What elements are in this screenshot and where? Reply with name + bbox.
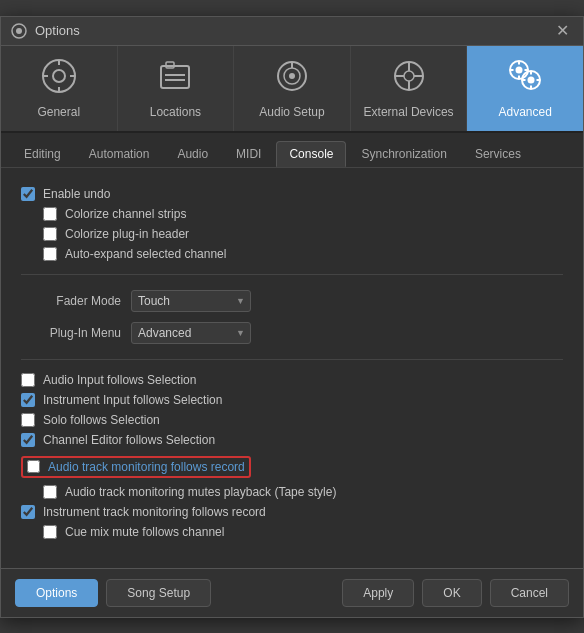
title-bar-left: Options bbox=[11, 23, 80, 39]
options-button[interactable]: Options bbox=[15, 579, 98, 607]
highlighted-checkbox-row: Audio track monitoring follows record bbox=[21, 456, 251, 478]
svg-rect-11 bbox=[165, 79, 185, 81]
checkbox-enable-undo: Enable undo bbox=[21, 184, 563, 204]
options-window: Options ✕ General bbox=[0, 16, 584, 618]
svg-rect-10 bbox=[165, 74, 185, 76]
checkbox-instrument-track-monitoring: Instrument track monitoring follows reco… bbox=[21, 502, 563, 522]
checkbox-enable-undo-input[interactable] bbox=[21, 187, 35, 201]
fader-mode-select-wrapper: Touch Read Write Latch Trim bbox=[131, 290, 251, 312]
plugin-menu-row: Plug-In Menu Advanced Simple bbox=[21, 317, 563, 349]
window-title: Options bbox=[35, 23, 80, 38]
plugin-menu-label: Plug-In Menu bbox=[21, 326, 121, 340]
checkbox-audio-track-monitoring-record-label: Audio track monitoring follows record bbox=[48, 460, 245, 474]
tab-automation[interactable]: Automation bbox=[76, 141, 163, 167]
nav-locations[interactable]: Locations bbox=[118, 46, 235, 131]
nav-audio-setup-label: Audio Setup bbox=[259, 105, 324, 119]
checkbox-instrument-input-follows: Instrument Input follows Selection bbox=[21, 390, 563, 410]
svg-point-23 bbox=[516, 66, 523, 73]
nav-advanced-label: Advanced bbox=[498, 105, 551, 119]
nav-advanced[interactable]: Advanced bbox=[467, 46, 583, 131]
svg-rect-33 bbox=[537, 79, 541, 81]
checkbox-cue-mix-mute: Cue mix mute follows channel bbox=[43, 522, 563, 542]
checkbox-instrument-track-monitoring-input[interactable] bbox=[21, 505, 35, 519]
checkbox-instrument-input-follows-input[interactable] bbox=[21, 393, 35, 407]
external-devices-icon bbox=[391, 58, 427, 99]
window-icon bbox=[11, 23, 27, 39]
advanced-icon bbox=[507, 58, 543, 99]
checkbox-audio-track-monitoring-mutes-label: Audio track monitoring mutes playback (T… bbox=[65, 485, 336, 499]
svg-rect-25 bbox=[518, 75, 520, 79]
svg-rect-8 bbox=[161, 66, 189, 88]
checkbox-channel-editor-follows: Channel Editor follows Selection bbox=[21, 430, 563, 450]
tab-audio[interactable]: Audio bbox=[164, 141, 221, 167]
close-button[interactable]: ✕ bbox=[552, 23, 573, 39]
nav-external-devices-label: External Devices bbox=[364, 105, 454, 119]
checkbox-auto-expand-input[interactable] bbox=[43, 247, 57, 261]
divider-1 bbox=[21, 274, 563, 275]
svg-rect-30 bbox=[530, 71, 532, 75]
checkbox-solo-follows-input[interactable] bbox=[21, 413, 35, 427]
checkbox-instrument-track-monitoring-label: Instrument track monitoring follows reco… bbox=[43, 505, 266, 519]
title-bar: Options ✕ bbox=[1, 17, 583, 46]
checkbox-colorize-channel-input[interactable] bbox=[43, 207, 57, 221]
svg-rect-32 bbox=[522, 79, 526, 81]
plugin-menu-select-wrapper: Advanced Simple bbox=[131, 322, 251, 344]
main-content: Enable undo Colorize channel strips Colo… bbox=[1, 168, 583, 568]
cancel-button[interactable]: Cancel bbox=[490, 579, 569, 607]
checkbox-auto-expand: Auto-expand selected channel bbox=[43, 244, 563, 264]
checkbox-audio-track-monitoring-mutes-input[interactable] bbox=[43, 485, 57, 499]
svg-point-1 bbox=[16, 28, 22, 34]
svg-point-3 bbox=[53, 70, 65, 82]
nav-external-devices[interactable]: External Devices bbox=[351, 46, 468, 131]
nav-audio-setup[interactable]: Audio Setup bbox=[234, 46, 351, 131]
checkbox-cue-mix-mute-input[interactable] bbox=[43, 525, 57, 539]
checkbox-colorize-plugin-input[interactable] bbox=[43, 227, 57, 241]
ok-button[interactable]: OK bbox=[422, 579, 481, 607]
checkbox-cue-mix-mute-label: Cue mix mute follows channel bbox=[65, 525, 224, 539]
fader-mode-label: Fader Mode bbox=[21, 294, 121, 308]
nav-locations-label: Locations bbox=[150, 105, 201, 119]
svg-rect-4 bbox=[58, 60, 60, 65]
checkbox-instrument-input-follows-label: Instrument Input follows Selection bbox=[43, 393, 222, 407]
svg-rect-5 bbox=[58, 87, 60, 92]
svg-rect-15 bbox=[291, 62, 293, 68]
fader-mode-row: Fader Mode Touch Read Write Latch Trim bbox=[21, 285, 563, 317]
tab-bar: Editing Automation Audio MIDI Console Sy… bbox=[1, 133, 583, 168]
tab-synchronization[interactable]: Synchronization bbox=[348, 141, 459, 167]
tab-services[interactable]: Services bbox=[462, 141, 534, 167]
svg-rect-31 bbox=[530, 85, 532, 89]
svg-rect-7 bbox=[70, 75, 75, 77]
svg-point-17 bbox=[404, 71, 414, 81]
plugin-menu-select[interactable]: Advanced Simple bbox=[131, 322, 251, 344]
svg-rect-24 bbox=[518, 61, 520, 65]
tab-editing[interactable]: Editing bbox=[11, 141, 74, 167]
checkbox-solo-follows-label: Solo follows Selection bbox=[43, 413, 160, 427]
checkbox-colorize-plugin: Colorize plug-in header bbox=[43, 224, 563, 244]
apply-button[interactable]: Apply bbox=[342, 579, 414, 607]
checkbox-channel-editor-follows-label: Channel Editor follows Selection bbox=[43, 433, 215, 447]
checkbox-colorize-channel: Colorize channel strips bbox=[43, 204, 563, 224]
checkbox-audio-input-follows: Audio Input follows Selection bbox=[21, 370, 563, 390]
checkbox-audio-input-follows-input[interactable] bbox=[21, 373, 35, 387]
nav-general[interactable]: General bbox=[1, 46, 118, 131]
checkbox-audio-track-monitoring-record-input[interactable] bbox=[27, 460, 40, 473]
checkbox-audio-track-monitoring-mutes: Audio track monitoring mutes playback (T… bbox=[43, 482, 563, 502]
fader-mode-select[interactable]: Touch Read Write Latch Trim bbox=[131, 290, 251, 312]
divider-2 bbox=[21, 359, 563, 360]
tab-console[interactable]: Console bbox=[276, 141, 346, 167]
checkbox-audio-input-follows-label: Audio Input follows Selection bbox=[43, 373, 196, 387]
checkbox-channel-editor-follows-input[interactable] bbox=[21, 433, 35, 447]
checkbox-colorize-plugin-label: Colorize plug-in header bbox=[65, 227, 189, 241]
general-icon bbox=[41, 58, 77, 99]
tab-midi[interactable]: MIDI bbox=[223, 141, 274, 167]
footer: Options Song Setup Apply OK Cancel bbox=[1, 568, 583, 617]
locations-icon bbox=[157, 58, 193, 99]
svg-rect-6 bbox=[43, 75, 48, 77]
checkbox-enable-undo-label: Enable undo bbox=[43, 187, 110, 201]
nav-general-label: General bbox=[37, 105, 80, 119]
song-setup-button[interactable]: Song Setup bbox=[106, 579, 211, 607]
svg-point-29 bbox=[528, 76, 535, 83]
checkbox-auto-expand-label: Auto-expand selected channel bbox=[65, 247, 226, 261]
checkbox-solo-follows: Solo follows Selection bbox=[21, 410, 563, 430]
audio-setup-icon bbox=[274, 58, 310, 99]
